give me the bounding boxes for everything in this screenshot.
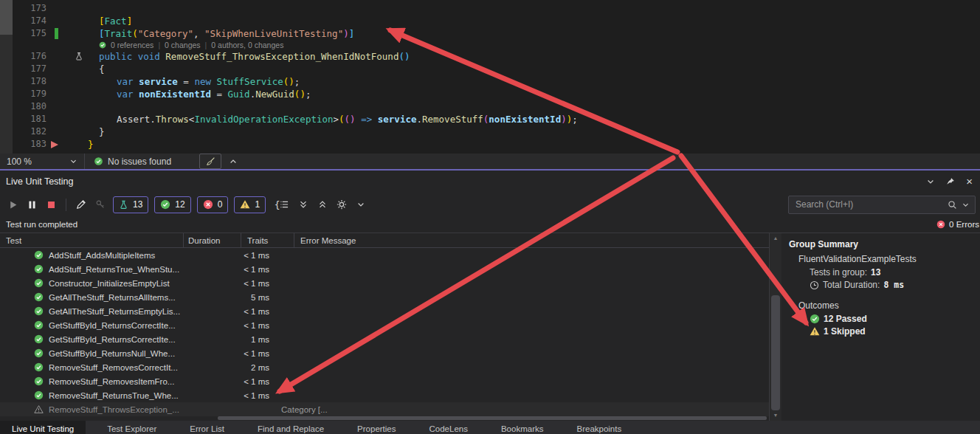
group-summary-panel: Group Summary FluentValidationExampleTes…: [781, 233, 980, 421]
code-text[interactable]: }: [88, 125, 105, 138]
chevron-down-icon[interactable]: [962, 201, 970, 209]
test-beaker-margin-icon[interactable]: [75, 52, 83, 61]
close-icon[interactable]: ×: [966, 177, 973, 186]
code-line[interactable]: 174[Fact]: [13, 15, 980, 27]
total-tests-filter[interactable]: 13: [113, 196, 148, 213]
code-text[interactable]: var nonExistentId = Guid.NewGuid();: [88, 88, 311, 100]
test-row[interactable]: RemoveStuff_RemovesCorrectIt...2 ms: [0, 360, 769, 374]
pin-icon[interactable]: [946, 177, 955, 186]
column-duration[interactable]: Duration: [184, 233, 241, 247]
x-circle-icon: [203, 199, 213, 210]
warning-triangle-icon: [34, 404, 44, 414]
expand-all-button[interactable]: [316, 198, 329, 211]
test-row[interactable]: AddStuff_AddsMultipleItems< 1 ms: [0, 248, 769, 262]
scroll-down-arrow[interactable]: ▼: [770, 411, 781, 420]
more-options-button[interactable]: [354, 198, 368, 211]
horizontal-scrollbar[interactable]: [218, 416, 767, 420]
code-text[interactable]: [Trait("Category", "SkipWhenLiveUnitTest…: [88, 27, 354, 40]
run-all-button[interactable]: [6, 198, 19, 211]
test-row[interactable]: GetStuffById_ReturnsNull_Whe...< 1 ms: [0, 346, 769, 360]
code-text[interactable]: Assert.Throws<InvalidOperationException>…: [88, 113, 578, 125]
tab-properties[interactable]: Properties: [345, 421, 407, 434]
check-circle-icon: [810, 314, 820, 324]
skipped-tests-filter[interactable]: 1: [234, 196, 266, 213]
failed-count: 0: [218, 199, 223, 210]
test-row[interactable]: GetStuffById_ReturnsCorrectIte...< 1 ms: [0, 318, 769, 332]
code-line[interactable]: 173: [13, 2, 980, 15]
code-cleanup-button[interactable]: [199, 154, 221, 169]
chevron-down-icon[interactable]: [926, 177, 935, 186]
failed-tests-filter[interactable]: 0: [197, 196, 229, 213]
code-text[interactable]: [88, 2, 99, 15]
stop-button[interactable]: [44, 198, 58, 211]
code-line[interactable]: 179var nonExistentId = Guid.NewGuid();: [13, 88, 980, 100]
document-health-indicator[interactable]: No issues found: [94, 156, 171, 167]
tab-breakpoints[interactable]: Breakpoints: [565, 421, 633, 434]
pause-icon: [27, 200, 37, 210]
test-row[interactable]: RemoveStuff_ThrowsException_...Category …: [0, 402, 769, 416]
codelens-check-icon: [99, 41, 106, 49]
code-text[interactable]: public void RemoveStuff_ThrowsException_…: [88, 50, 410, 63]
vertical-scrollbar[interactable]: ▲ ▼: [769, 233, 781, 421]
test-row[interactable]: RemoveStuff_ReturnsTrue_Whe...< 1 ms: [0, 388, 769, 402]
code-editor[interactable]: 173174[Fact]175[Trait("Category", "SkipW…: [0, 0, 980, 154]
scrollbar-thumb[interactable]: [771, 295, 780, 410]
playlist-icon[interactable]: [94, 198, 107, 211]
column-test[interactable]: Test: [0, 233, 184, 247]
tab-error-list[interactable]: Error List: [178, 421, 236, 434]
test-row[interactable]: RemoveStuff_RemovesItemFro...< 1 ms: [0, 374, 769, 388]
passed-outcome[interactable]: 12 Passed: [824, 314, 867, 324]
code-line[interactable]: 183}: [13, 138, 980, 151]
tab-codelens[interactable]: CodeLens: [418, 421, 480, 434]
run-marker-icon[interactable]: [51, 141, 58, 148]
code-line[interactable]: 178var service = new StuffService();: [13, 75, 980, 88]
code-text[interactable]: [Fact]: [88, 15, 132, 27]
editor-margin-highlight: [0, 0, 13, 35]
search-icon[interactable]: [948, 200, 957, 210]
code-line[interactable]: 175[Trait("Category", "SkipWhenLiveUnitT…: [13, 27, 980, 40]
tab-find-and-replace[interactable]: Find and Replace: [246, 421, 336, 434]
check-circle-icon: [160, 199, 170, 210]
edit-playlist-button[interactable]: [75, 198, 88, 211]
column-error-message[interactable]: Error Message: [294, 233, 769, 247]
zoom-control[interactable]: 100 %: [0, 154, 85, 169]
code-line[interactable]: 176public void RemoveStuff_ThrowsExcepti…: [13, 50, 980, 63]
code-text[interactable]: [88, 100, 117, 113]
code-text[interactable]: {: [88, 63, 105, 75]
scroll-up-arrow[interactable]: ▲: [770, 234, 781, 243]
search-box[interactable]: [788, 196, 976, 214]
errors-badge[interactable]: 0 Errors: [936, 220, 980, 229]
tab-live-unit-testing[interactable]: Live Unit Testing: [0, 421, 86, 434]
column-traits[interactable]: Traits: [241, 233, 294, 247]
tab-test-explorer[interactable]: Test Explorer: [95, 421, 168, 434]
changed-line-indicator: [55, 28, 58, 39]
code-text[interactable]: var service = new StuffService();: [88, 75, 300, 88]
code-line[interactable]: 177{: [13, 63, 980, 75]
pause-button[interactable]: [25, 198, 38, 211]
code-text[interactable]: }: [88, 138, 94, 151]
skipped-outcome[interactable]: 1 Skipped: [824, 326, 866, 337]
collapse-all-button[interactable]: [297, 198, 310, 211]
settings-button[interactable]: [335, 198, 348, 211]
table-header[interactable]: Test Duration Traits Error Message: [0, 233, 769, 248]
code-line[interactable]: 180: [13, 100, 980, 113]
collapse-indicator-button[interactable]: [229, 157, 238, 166]
line-number: 174: [13, 15, 46, 27]
line-number: 178: [13, 75, 46, 88]
editor-bottom-bar: 100 % No issues found: [0, 154, 980, 170]
search-input[interactable]: [794, 199, 943, 210]
code-line[interactable]: 182}: [13, 125, 980, 138]
test-row[interactable]: Constructor_InitializesEmptyList< 1 ms: [0, 276, 769, 290]
test-results-table: Test Duration Traits Error Message AddSt…: [0, 233, 769, 421]
test-row[interactable]: GetAllTheStuff_ReturnsAllItems...5 ms: [0, 290, 769, 304]
test-row[interactable]: GetStuffById_ReturnsCorrectIte...1 ms: [0, 332, 769, 346]
codelens-line[interactable]: 0 references|0 changes|0 authors, 0 chan…: [13, 40, 980, 50]
test-status-row: Test run completed 0 Errors: [0, 216, 980, 232]
code-line[interactable]: 181Assert.Throws<InvalidOperationExcepti…: [13, 113, 980, 125]
test-row[interactable]: AddStuff_ReturnsTrue_WhenStu...< 1 ms: [0, 262, 769, 276]
line-number: 182: [13, 125, 46, 138]
test-row[interactable]: GetAllTheStuff_ReturnsEmptyLis...< 1 ms: [0, 304, 769, 318]
tab-bookmarks[interactable]: Bookmarks: [489, 421, 556, 434]
group-by-button[interactable]: {: [272, 198, 291, 211]
passed-tests-filter[interactable]: 12: [154, 196, 190, 213]
